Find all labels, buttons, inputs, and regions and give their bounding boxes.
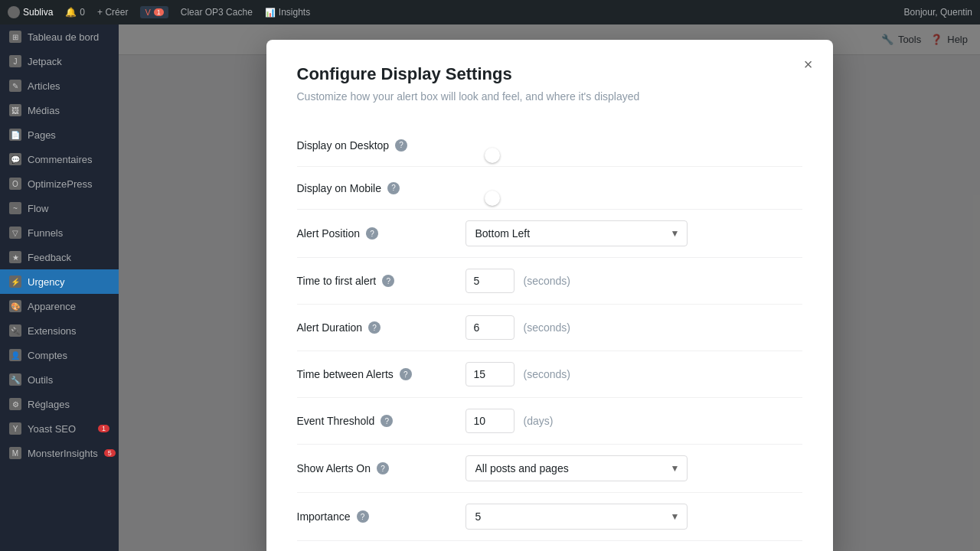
help-icon-display-mobile[interactable]: ? bbox=[387, 182, 400, 194]
setting-label-text: Time to first alert bbox=[297, 275, 377, 287]
select-wrapper-importance: 12345678910 ▼ bbox=[466, 504, 688, 530]
sidebar-label: Jetpack bbox=[28, 56, 62, 67]
clear-op3-button[interactable]: Clear OP3 Cache bbox=[181, 7, 253, 18]
sidebar-item-urgency[interactable]: ⚡ Urgency bbox=[0, 269, 119, 294]
sidebar-icon: 🔧 bbox=[9, 373, 21, 386]
create-button[interactable]: + Créer bbox=[97, 7, 128, 18]
select-alert-position[interactable]: Bottom LeftBottom RightTop LeftTop Right bbox=[466, 220, 688, 246]
sidebar-item-yoast-seo[interactable]: Y Yoast SEO 1 bbox=[0, 416, 119, 441]
notification-icon[interactable]: 🔔 0 bbox=[65, 7, 85, 18]
setting-row-alert-position: Alert Position ? Bottom LeftBottom Right… bbox=[297, 210, 802, 258]
sidebar-item-tableau-de-bord[interactable]: ⊞ Tableau de bord bbox=[0, 24, 119, 49]
sidebar-label: MonsterInsights bbox=[28, 448, 98, 459]
setting-label-text: Importance bbox=[297, 510, 351, 523]
sidebar-label: Outils bbox=[28, 374, 53, 386]
sidebar-item-monsterinsights[interactable]: M MonsterInsights 5 bbox=[0, 441, 119, 465]
modal-subtitle: Customize how your alert box will look a… bbox=[297, 90, 802, 103]
help-icon-show-alerts-on[interactable]: ? bbox=[377, 462, 389, 474]
sidebar-icon: ⚙ bbox=[9, 398, 21, 410]
help-icon-time-between-alerts[interactable]: ? bbox=[400, 368, 412, 380]
modal-close-button[interactable]: × bbox=[796, 52, 821, 77]
sidebar-label: OptimizePress bbox=[28, 178, 93, 190]
sidebar-icon: 🔌 bbox=[9, 324, 21, 337]
setting-control-show-alerts-on: All posts and pagesHomepage onlySelected… bbox=[466, 455, 688, 481]
modal-title: Configure Display Settings bbox=[297, 64, 802, 84]
admin-topbar: Subliva 🔔 0 + Créer V 1 Clear OP3 Cache … bbox=[0, 0, 980, 24]
number-group-event-threshold: (days) bbox=[466, 409, 554, 433]
number-group-time-first-alert: (seconds) bbox=[466, 269, 570, 293]
sidebar-icon: 📄 bbox=[9, 129, 21, 141]
sidebar-item-réglages[interactable]: ⚙ Réglages bbox=[0, 392, 119, 416]
help-icon-event-threshold[interactable]: ? bbox=[381, 415, 393, 427]
sidebar-item-flow[interactable]: ~ Flow bbox=[0, 196, 119, 220]
sidebar-item-jetpack[interactable]: J Jetpack bbox=[0, 49, 119, 73]
sidebar-icon: Y bbox=[9, 422, 21, 435]
sidebar-label: Urgency bbox=[28, 276, 64, 288]
unit-label-time-first-alert: (seconds) bbox=[524, 275, 570, 287]
unit-label-event-threshold: (days) bbox=[524, 415, 554, 427]
help-icon-importance[interactable]: ? bbox=[357, 510, 369, 523]
settings-container: Display on Desktop ? Display on Mobile ?… bbox=[297, 124, 802, 551]
sidebar-label: Flow bbox=[28, 203, 48, 214]
insights-button[interactable]: 📊 Insights bbox=[265, 7, 310, 18]
select-importance[interactable]: 12345678910 bbox=[466, 504, 688, 530]
user-greeting: Bonjour, Quentin bbox=[904, 7, 972, 18]
number-input-event-threshold[interactable] bbox=[466, 409, 514, 433]
sidebar-label: Articles bbox=[28, 80, 60, 92]
setting-control-alert-duration: (seconds) bbox=[466, 315, 570, 340]
sidebar-item-funnels[interactable]: ▽ Funnels bbox=[0, 220, 119, 245]
setting-label-time-first-alert: Time to first alert ? bbox=[297, 275, 466, 287]
sidebar-item-optimizepress[interactable]: O OptimizePress bbox=[0, 171, 119, 196]
setting-label-importance: Importance ? bbox=[297, 510, 466, 523]
sidebar-icon: ~ bbox=[9, 202, 21, 214]
setting-row-time-first-alert: Time to first alert ? (seconds) bbox=[297, 258, 802, 305]
unit-label-alert-duration: (seconds) bbox=[524, 321, 570, 334]
sidebar-item-pages[interactable]: 📄 Pages bbox=[0, 122, 119, 147]
setting-row-importance: Importance ? 12345678910 ▼ bbox=[297, 493, 802, 541]
setting-label-text: Show Alerts On bbox=[297, 462, 371, 474]
sidebar-item-feedback[interactable]: ★ Feedback bbox=[0, 245, 119, 269]
sidebar-label: Feedback bbox=[28, 252, 71, 263]
setting-label-display-mobile: Display on Mobile ? bbox=[297, 182, 466, 194]
sidebar-badge: 1 bbox=[98, 425, 109, 432]
sidebar-badge: 5 bbox=[104, 449, 116, 457]
setting-row-time-between-alerts: Time between Alerts ? (seconds) bbox=[297, 351, 802, 398]
setting-row-alert-duration: Alert Duration ? (seconds) bbox=[297, 305, 802, 351]
setting-label-event-threshold: Event Threshold ? bbox=[297, 415, 466, 427]
select-show-alerts-on[interactable]: All posts and pagesHomepage onlySelected… bbox=[466, 455, 688, 481]
select-wrapper-show-alerts-on: All posts and pagesHomepage onlySelected… bbox=[466, 455, 688, 481]
setting-row-display-mobile: Display on Mobile ? bbox=[297, 167, 802, 210]
configure-display-settings-modal: × Configure Display Settings Customize h… bbox=[266, 40, 833, 551]
help-icon-alert-duration[interactable]: ? bbox=[368, 321, 381, 334]
sidebar-item-apparence[interactable]: 🎨 Apparence bbox=[0, 294, 119, 318]
sidebar-label: Commentaires bbox=[28, 154, 93, 165]
help-icon-alert-position[interactable]: ? bbox=[366, 227, 378, 240]
sidebar-icon: 🖼 bbox=[9, 104, 21, 116]
sidebar-label: Yoast SEO bbox=[28, 423, 76, 435]
sidebar-item-articles[interactable]: ✎ Articles bbox=[0, 73, 119, 98]
sidebar-item-comptes[interactable]: 👤 Comptes bbox=[0, 343, 119, 367]
sidebar-label: Tableau de bord bbox=[28, 31, 99, 43]
select-wrapper-alert-position: Bottom LeftBottom RightTop LeftTop Right… bbox=[466, 220, 688, 246]
sidebar-item-extensions[interactable]: 🔌 Extensions bbox=[0, 318, 119, 343]
setting-label-time-between-alerts: Time between Alerts ? bbox=[297, 368, 466, 380]
sidebar-icon: O bbox=[9, 178, 21, 190]
sidebar-label: Réglages bbox=[28, 399, 70, 410]
setting-label-text: Alert Duration bbox=[297, 321, 363, 334]
sidebar-icon: ▽ bbox=[9, 227, 21, 239]
help-icon-display-desktop[interactable]: ? bbox=[395, 139, 407, 152]
setting-control-event-threshold: (days) bbox=[466, 409, 554, 433]
setting-label-text: Alert Position bbox=[297, 227, 360, 240]
number-input-time-between-alerts[interactable] bbox=[466, 362, 514, 386]
setting-label-text: Display on Desktop bbox=[297, 139, 390, 152]
sidebar-icon: ⚡ bbox=[9, 276, 21, 288]
number-input-time-first-alert[interactable] bbox=[466, 269, 514, 293]
help-icon-time-first-alert[interactable]: ? bbox=[382, 275, 394, 287]
sidebar-item-commentaires[interactable]: 💬 Commentaires bbox=[0, 147, 119, 171]
sidebar-item-outils[interactable]: 🔧 Outils bbox=[0, 367, 119, 392]
number-input-alert-duration[interactable] bbox=[466, 315, 514, 340]
setting-control-alert-position: Bottom LeftBottom RightTop LeftTop Right… bbox=[466, 220, 688, 246]
unit-label-time-between-alerts: (seconds) bbox=[524, 368, 570, 380]
modal-overlay: × Configure Display Settings Customize h… bbox=[119, 24, 980, 551]
sidebar-item-médias[interactable]: 🖼 Médias bbox=[0, 98, 119, 122]
